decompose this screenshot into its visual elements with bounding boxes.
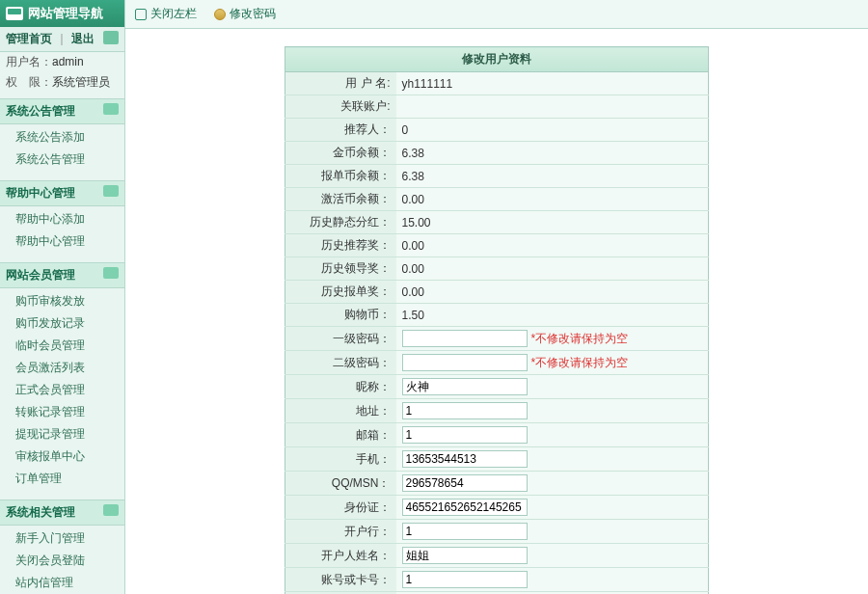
qq-input[interactable] xyxy=(402,474,528,492)
logo-icon xyxy=(6,7,23,20)
menu-item[interactable]: 帮助中心管理 xyxy=(0,230,124,253)
form-label: 历史报单奖： xyxy=(285,281,396,304)
pwd1-label: 一级密码： xyxy=(285,327,396,351)
link-home[interactable]: 管理首页 xyxy=(6,31,52,47)
menu-item[interactable]: 临时会员管理 xyxy=(0,335,124,357)
menu-item[interactable]: 正式会员管理 xyxy=(0,379,124,401)
group-icon xyxy=(103,504,119,516)
form-label: 手机： xyxy=(285,447,396,472)
form-value: 15.00 xyxy=(396,211,709,234)
nick-input[interactable] xyxy=(402,378,528,395)
menu-item[interactable]: 购币审核发放 xyxy=(0,290,124,312)
menu-item[interactable]: 提现记录管理 xyxy=(0,423,124,446)
form-value: yh111111 xyxy=(396,72,709,95)
form-label: 账号或卡号： xyxy=(285,568,396,592)
form-value: 0.00 xyxy=(396,257,709,281)
content: 修改用户资料 用 户 名:yh111111关联账户:推荐人：0金币余额：6.38… xyxy=(125,29,868,594)
form-value: 0 xyxy=(396,119,709,142)
group-icon xyxy=(103,103,119,115)
menu-item[interactable]: 系统公告管理 xyxy=(0,148,124,171)
user-value: admin xyxy=(52,55,84,68)
key-icon xyxy=(214,9,226,20)
menu-title[interactable]: 系统公告管理 xyxy=(0,98,124,124)
menu-item[interactable]: 订单管理 xyxy=(0,468,124,490)
user-line: 用户名：admin xyxy=(0,52,124,72)
link-change-password[interactable]: 修改密码 xyxy=(214,6,276,22)
role-label: 权 限： xyxy=(6,75,52,89)
form-label: 金币余额： xyxy=(285,142,396,165)
menu-item[interactable]: 关闭会员登陆 xyxy=(0,550,124,572)
menu-item[interactable]: 新手入门管理 xyxy=(0,527,124,550)
form-label: 开户人姓名： xyxy=(285,544,396,568)
pwd2-input[interactable] xyxy=(402,354,528,371)
menu-group: 系统相关管理新手入门管理关闭会员登陆站内信管理 xyxy=(0,500,124,594)
pwd1-hint: *不修改请保持为空 xyxy=(531,332,629,345)
menu-group: 网站会员管理购币审核发放购币发放记录临时会员管理会员激活列表正式会员管理转账记录… xyxy=(0,262,124,494)
idno-input[interactable] xyxy=(402,499,528,516)
menu-item[interactable]: 转账记录管理 xyxy=(0,401,124,423)
pwd2-label: 二级密码： xyxy=(285,351,396,375)
acct-input[interactable] xyxy=(402,547,528,564)
form-label: 昵称： xyxy=(285,375,396,399)
form-label: 报单币余额： xyxy=(285,165,396,188)
form-label: 历史静态分红： xyxy=(285,211,396,234)
menu-title[interactable]: 系统相关管理 xyxy=(0,500,124,526)
form-label: 地址： xyxy=(285,399,396,423)
user-form: 修改用户资料 用 户 名:yh111111关联账户:推荐人：0金币余额：6.38… xyxy=(285,46,709,594)
sidebar: 网站管理导航 管理首页 ｜ 退出 用户名：admin 权 限：系统管理员 系统公… xyxy=(0,0,125,594)
form-value: 0.00 xyxy=(396,281,709,304)
menu-group: 系统公告管理系统公告添加系统公告管理 xyxy=(0,98,124,175)
form-label: 历史领导奖： xyxy=(285,257,396,281)
form-label: 推荐人： xyxy=(285,119,396,142)
phone-input[interactable] xyxy=(402,450,528,468)
role-line: 权 限：系统管理员 xyxy=(0,72,124,93)
form-label: QQ/MSN： xyxy=(285,472,396,496)
collapse-icon xyxy=(135,9,147,20)
mail-input[interactable] xyxy=(402,426,528,444)
group-icon xyxy=(103,267,119,279)
form-label: 身份证： xyxy=(285,496,396,520)
bank-input[interactable] xyxy=(402,523,528,540)
link-close-left[interactable]: 关闭左栏 xyxy=(135,6,197,22)
form-label: 邮箱： xyxy=(285,423,396,447)
menu-item[interactable]: 会员激活列表 xyxy=(0,357,124,379)
menu-group: 帮助中心管理帮助中心添加帮助中心管理 xyxy=(0,180,124,256)
user-label: 用户名： xyxy=(6,55,52,68)
menu-item[interactable]: 站内信管理 xyxy=(0,572,124,594)
main: 关闭左栏 修改密码 修改用户资料 用 户 名:yh111111关联账户:推荐人：… xyxy=(125,0,868,594)
form-value xyxy=(396,95,709,119)
sidebar-title: 网站管理导航 xyxy=(28,5,103,22)
role-value: 系统管理员 xyxy=(52,75,110,89)
menu-title[interactable]: 网站会员管理 xyxy=(0,262,124,288)
menu-item[interactable]: 购币发放记录 xyxy=(0,312,124,335)
form-value: 0.00 xyxy=(396,234,709,257)
link-logout[interactable]: 退出 xyxy=(71,31,95,47)
pwd1-input[interactable] xyxy=(402,330,528,347)
pwd2-hint: *不修改请保持为空 xyxy=(531,356,629,369)
menu-item[interactable]: 系统公告添加 xyxy=(0,126,124,148)
form-value: 6.38 xyxy=(396,142,709,165)
form-label: 激活币余额： xyxy=(285,188,396,211)
sidebar-header: 网站管理导航 xyxy=(0,0,124,27)
form-label: 购物币： xyxy=(285,304,396,327)
form-value: 0.00 xyxy=(396,188,709,211)
folder-icon xyxy=(103,31,119,44)
form-header: 修改用户资料 xyxy=(285,47,709,72)
form-label: 关联账户: xyxy=(285,95,396,119)
form-value: 1.50 xyxy=(396,304,709,327)
menu-item[interactable]: 审核报单中心 xyxy=(0,446,124,468)
menu-title[interactable]: 帮助中心管理 xyxy=(0,180,124,206)
separator: ｜ xyxy=(56,31,68,47)
topbar: 关闭左栏 修改密码 xyxy=(125,0,868,29)
form-label: 开户行： xyxy=(285,520,396,544)
form-label: 历史推荐奖： xyxy=(285,234,396,257)
addr-input[interactable] xyxy=(402,402,528,419)
form-label: 用 户 名: xyxy=(285,72,396,95)
group-icon xyxy=(103,185,119,197)
sidebar-top: 管理首页 ｜ 退出 xyxy=(0,27,124,52)
card-input[interactable] xyxy=(402,571,528,588)
menu-item[interactable]: 帮助中心添加 xyxy=(0,208,124,230)
form-value: 6.38 xyxy=(396,165,709,188)
